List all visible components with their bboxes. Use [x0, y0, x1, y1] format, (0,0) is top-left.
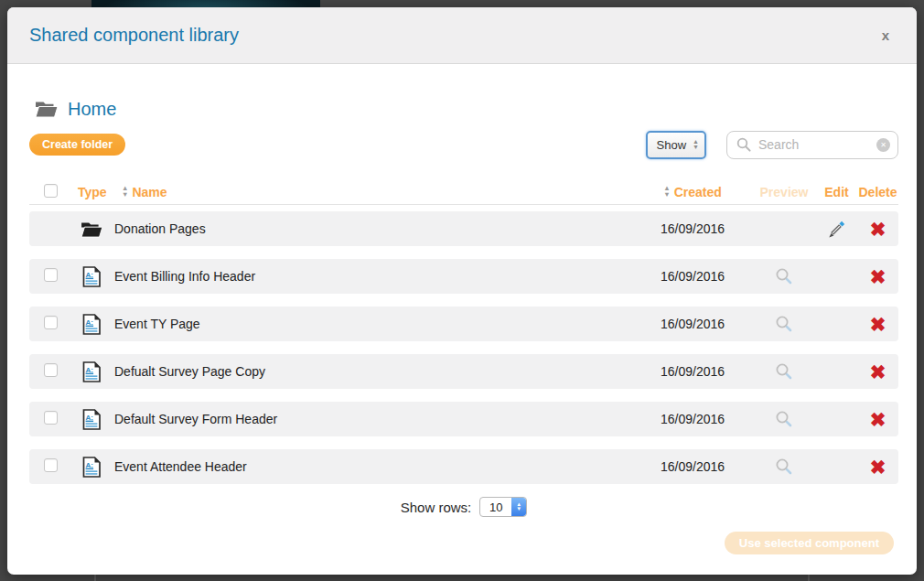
edit-pencil-icon[interactable]: [827, 220, 846, 239]
create-folder-button[interactable]: Create folder: [29, 134, 125, 156]
column-header-type[interactable]: Type: [71, 185, 112, 199]
table-row: A: Event Attendee Header 16/09/2016: [29, 449, 898, 484]
column-header-preview: Preview: [738, 185, 807, 199]
table-row: A: Event TY Page 16/09/2016: [29, 307, 898, 341]
delete-icon[interactable]: ✖: [870, 267, 886, 286]
preview-icon[interactable]: [775, 267, 793, 285]
row-created-date: 16/09/2016: [619, 412, 738, 426]
modal-header: Shared component library x: [7, 7, 917, 64]
row-name: Event Attendee Header: [112, 459, 619, 474]
svg-text:A:: A:: [86, 270, 93, 278]
component-icon: A:: [81, 265, 102, 288]
page-background: Shared component library x Home Create f…: [0, 0, 924, 581]
column-header-created[interactable]: Created: [674, 185, 722, 199]
delete-icon[interactable]: ✖: [870, 410, 886, 429]
row-name: Default Survey Form Header: [112, 412, 619, 426]
close-icon[interactable]: x: [882, 27, 889, 43]
show-rows-label: Show rows:: [401, 500, 472, 515]
row-checkbox[interactable]: [44, 268, 58, 282]
show-rows-select[interactable]: 10 ▲ ▼: [479, 497, 527, 517]
delete-icon[interactable]: ✖: [870, 457, 886, 477]
row-created-date: 16/09/2016: [619, 269, 738, 284]
sort-icon[interactable]: ▲ ▼: [122, 186, 128, 198]
row-name: Defualt Survey Page Copy: [112, 364, 619, 379]
component-icon: A:: [81, 313, 102, 336]
row-checkbox[interactable]: [44, 411, 58, 425]
clear-glyph: ✕: [880, 141, 886, 149]
modal-title: Shared component library: [29, 25, 239, 46]
preview-icon[interactable]: [775, 457, 793, 476]
row-checkbox[interactable]: [44, 363, 58, 377]
table-row: A: Event Billing Info Header 16/09/2016: [29, 259, 898, 294]
preview-icon[interactable]: [775, 315, 793, 333]
background-content-strip: [91, 0, 320, 7]
arrow-down-glyph: ▼: [122, 192, 128, 199]
row-checkbox[interactable]: [44, 316, 58, 329]
delete-icon[interactable]: ✖: [870, 362, 886, 382]
background-mark: [94, 575, 96, 581]
breadcrumb-home[interactable]: Home: [68, 99, 116, 120]
component-icon: A:: [81, 408, 102, 431]
background-mark: [808, 575, 810, 581]
svg-text:A:: A:: [86, 317, 93, 326]
table-header: Type ▲ ▼ Name ▲ ▼ Created Preview Ed: [29, 179, 898, 205]
arrow-down-glyph: ▼: [693, 145, 699, 150]
row-name: Event TY Page: [112, 317, 619, 331]
search-box: ✕: [726, 131, 898, 159]
select-arrows-icon: ▲ ▼: [693, 139, 699, 150]
row-created-date: 16/09/2016: [619, 364, 738, 379]
column-header-edit: Edit: [807, 185, 853, 199]
component-icon: A:: [81, 456, 102, 479]
toolbar-right: Show ▲ ▼: [646, 131, 898, 159]
stepper-arrows-icon: ▲ ▼: [511, 498, 526, 516]
shared-component-library-modal: Shared component library x Home Create f…: [7, 7, 917, 575]
svg-text:A:: A:: [86, 413, 93, 421]
pagination: Show rows: 10 ▲ ▼: [29, 497, 898, 517]
component-icon: A:: [81, 360, 102, 383]
arrow-down-glyph: ▼: [663, 192, 670, 199]
preview-icon[interactable]: [775, 410, 793, 428]
arrow-down-glyph: ▼: [516, 507, 521, 511]
svg-text:A:: A:: [86, 365, 93, 373]
breadcrumb: Home: [29, 97, 898, 121]
row-name: Event Billing Info Header: [112, 269, 619, 284]
show-rows-value: 10: [480, 498, 511, 516]
use-selected-component-button[interactable]: Use selected component: [725, 532, 894, 554]
search-input[interactable]: [758, 137, 870, 152]
preview-icon[interactable]: [775, 362, 793, 381]
row-created-date: 16/09/2016: [619, 459, 738, 474]
folder-icon: [81, 221, 103, 238]
column-header-delete: Delete: [853, 185, 898, 199]
row-created-date: 16/09/2016: [619, 317, 738, 331]
svg-text:A:: A:: [86, 460, 93, 468]
table-body: A: Donation Pages 16/09/2016: [29, 211, 898, 484]
row-checkbox[interactable]: [44, 458, 58, 472]
table-row: A: Default Survey Form Header 16/09/2016: [29, 402, 898, 436]
clear-search-icon[interactable]: ✕: [876, 138, 890, 152]
select-all-checkbox[interactable]: [44, 184, 58, 198]
modal-body: Home Create folder Show ▲ ▼: [7, 64, 917, 574]
folder-open-icon: [35, 100, 59, 118]
row-name: Donation Pages: [112, 221, 619, 236]
search-icon: [736, 137, 752, 153]
row-created-date: 16/09/2016: [619, 221, 738, 236]
delete-icon[interactable]: ✖: [870, 220, 886, 239]
show-dropdown[interactable]: Show ▲ ▼: [646, 131, 706, 159]
delete-icon[interactable]: ✖: [870, 315, 886, 334]
table-row: A: Donation Pages 16/09/2016: [29, 211, 898, 246]
show-dropdown-label: Show: [657, 138, 687, 152]
toolbar: Create folder Show ▲ ▼: [29, 130, 898, 159]
sort-icon[interactable]: ▲ ▼: [663, 186, 670, 198]
table-row: A: Defualt Survey Page Copy 16/09/2016: [29, 354, 898, 389]
column-header-name[interactable]: Name: [132, 185, 167, 199]
